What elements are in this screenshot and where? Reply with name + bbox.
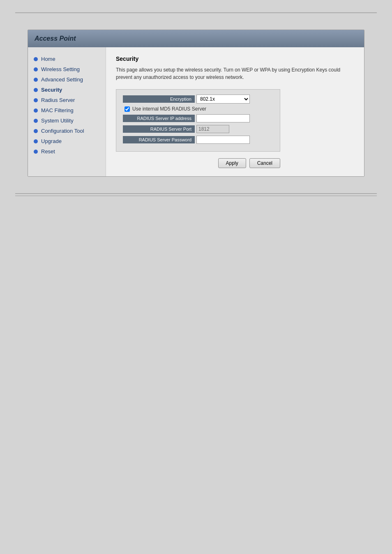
radius-password-row: RADIUS Server Password [123,136,273,144]
radius-port-label: RADIUS Server Port [123,125,195,133]
button-row: Apply Cancel [116,158,280,168]
sidebar-item-label: Security [41,87,62,93]
bullet-icon [34,57,38,61]
sidebar-item-mac-filtering[interactable]: MAC Filtering [32,105,101,115]
sidebar-item-label: Radius Server [41,97,75,103]
content-description: This page allows you setup the wireless … [116,66,354,81]
bullet-icon [34,139,38,143]
bullet-icon [34,119,38,123]
radius-ip-row: RADIUS Server IP address [123,114,273,122]
bullet-icon [34,78,38,82]
sidebar-item-upgrade[interactable]: Upgrade [32,136,101,146]
content-area: Security This page allows you setup the … [106,47,364,176]
sidebar-item-label: MAC Filtering [41,107,74,113]
form-section: Encryption 802.1x None WEP WPA Use inter… [116,89,280,152]
bottom-divider [15,193,377,194]
sidebar-item-label: Home [41,56,55,62]
sidebar-item-configuration-tool[interactable]: Configuration Tool [32,126,101,136]
use-internal-md5-label: Use internal MD5 RADIUS Server [132,106,206,112]
sidebar-item-label: Wireless Setting [41,66,80,72]
radius-ip-input[interactable] [196,114,250,122]
radius-ip-label: RADIUS Server IP address [123,115,195,122]
radius-port-input[interactable] [196,125,229,133]
bullet-icon [34,88,38,92]
sidebar-item-radius-server[interactable]: Radius Server [32,95,101,105]
encryption-row: Encryption 802.1x None WEP WPA [123,95,273,104]
use-internal-md5-row: Use internal MD5 RADIUS Server [123,106,273,112]
radius-password-input[interactable] [196,136,250,144]
sidebar-item-advanced-setting[interactable]: Advanced Setting [32,74,101,85]
sidebar-item-label: Upgrade [41,138,62,144]
main-panel: Access Point Home Wireless Setting Advan… [28,30,364,177]
bullet-icon [34,67,38,72]
page-wrapper: Access Point Home Wireless Setting Advan… [0,0,392,554]
radius-port-row: RADIUS Server Port [123,125,273,133]
sidebar: Home Wireless Setting Advanced Setting S… [28,47,106,176]
sidebar-item-reset[interactable]: Reset [32,146,101,157]
cancel-button[interactable]: Cancel [249,158,280,168]
encryption-label: Encryption [123,95,195,103]
radius-password-label: RADIUS Server Password [123,136,195,143]
panel-title: Access Point [35,35,76,42]
bullet-icon [34,129,38,133]
sidebar-item-system-utility[interactable]: System Utility [32,115,101,126]
encryption-select[interactable]: 802.1x None WEP WPA [196,95,250,104]
sidebar-item-label: Reset [41,148,55,155]
sidebar-item-wireless-setting[interactable]: Wireless Setting [32,64,101,74]
bullet-icon [34,108,38,113]
bullet-icon [34,150,38,154]
panel-body: Home Wireless Setting Advanced Setting S… [28,47,364,176]
sidebar-item-label: Advanced Setting [41,76,83,83]
content-title: Security [116,55,354,62]
top-divider [15,12,377,13]
panel-header: Access Point [28,30,364,47]
bottom-divider2 [15,196,377,196]
sidebar-item-security[interactable]: Security [32,85,101,95]
sidebar-item-home[interactable]: Home [32,54,101,64]
sidebar-item-label: Configuration Tool [41,128,84,134]
apply-button[interactable]: Apply [218,158,246,168]
bullet-icon [34,98,38,102]
sidebar-item-label: System Utility [41,118,74,124]
use-internal-md5-checkbox[interactable] [125,106,130,112]
